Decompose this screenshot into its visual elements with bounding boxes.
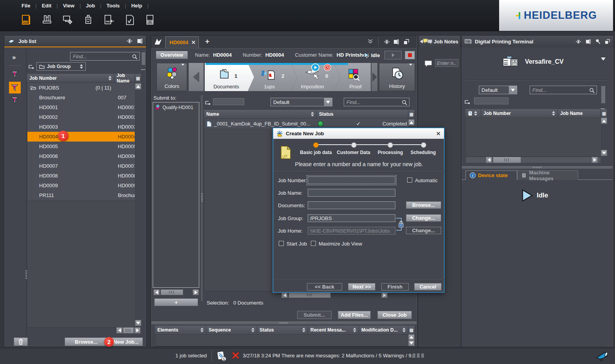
status-message[interactable]: 3/27/18 3:24 PM There are new messages: …	[243, 353, 416, 359]
column-header-send-status[interactable]	[465, 109, 481, 118]
filter-preset-3-icon[interactable]	[11, 96, 19, 106]
history-button[interactable]: History	[379, 63, 415, 91]
column-header-elements[interactable]: Elements	[155, 326, 206, 334]
scroll-left-button[interactable]	[116, 327, 123, 334]
column-header-job-number[interactable]: Job Number	[481, 109, 558, 118]
press-tool-icon[interactable]	[82, 13, 95, 27]
job-row[interactable]: PR111Brochure	[27, 190, 135, 201]
add-submit-target-button[interactable]: +	[154, 298, 198, 306]
menu-edit[interactable]: Edit	[37, 3, 57, 9]
dialog-close-icon[interactable]: ✕	[436, 130, 441, 137]
horizontal-splitter[interactable]	[462, 166, 613, 169]
system-settings-tool-icon[interactable]	[61, 13, 74, 27]
scroll-down-button[interactable]	[601, 150, 607, 156]
column-header-modification-date[interactable]: Modification D...	[359, 326, 408, 334]
close-job-button[interactable]: Close Job	[377, 311, 412, 319]
scrollbar-thumb[interactable]	[123, 327, 134, 334]
tab-close-icon[interactable]: ✕	[191, 39, 196, 45]
detach-panel-icon[interactable]	[604, 39, 610, 44]
delete-job-button[interactable]	[14, 337, 28, 346]
submit-target-item[interactable]: Qualify-HD001	[153, 102, 199, 113]
column-config-button[interactable]: ▦	[601, 109, 608, 118]
tree-view-icon[interactable]	[29, 65, 34, 70]
group-by-selector[interactable]: Job Group	[36, 62, 86, 71]
panel-scroll-handle[interactable]	[141, 52, 146, 65]
tab-overflow-icon[interactable]	[367, 39, 373, 45]
automatic-checkbox[interactable]	[407, 178, 412, 183]
new-job-button[interactable]: New Job...	[109, 337, 143, 346]
next-button[interactable]: Next >>	[348, 283, 375, 290]
cancel-button[interactable]: Cancel	[414, 283, 442, 290]
submit-button[interactable]: Submit...	[297, 311, 332, 319]
job-row[interactable]: HD0007HD0007_V	[27, 161, 135, 171]
start-job-button[interactable]	[384, 51, 402, 59]
dpt-search-input[interactable]	[530, 86, 597, 94]
scroll-up-button[interactable]	[601, 118, 607, 124]
detach-panel-icon[interactable]	[403, 39, 409, 46]
note-input[interactable]	[435, 59, 458, 67]
scroll-up-button[interactable]	[408, 334, 415, 340]
tab-device-state[interactable]: i Device state	[465, 170, 517, 180]
column-header-status[interactable]: Status	[317, 110, 408, 118]
job-group-input[interactable]	[308, 214, 395, 222]
scrollbar-thumb[interactable]	[493, 157, 521, 163]
filter-field[interactable]	[474, 97, 509, 104]
filter-preset-1-icon[interactable]	[11, 70, 19, 80]
scroll-left-button[interactable]	[486, 157, 492, 163]
job-list-search-input[interactable]	[70, 52, 140, 61]
column-header-recent-message[interactable]: Recent Messa...	[308, 326, 359, 334]
start-job-checkbox[interactable]	[279, 241, 284, 246]
tree-view-icon[interactable]	[465, 100, 470, 106]
job-group-row[interactable]: PRJOBS (0 | 11)	[27, 83, 135, 93]
column-header-job-name[interactable]: Job Name	[114, 74, 135, 82]
collapse-panel-icon[interactable]	[575, 39, 581, 44]
filter-field[interactable]	[213, 98, 244, 105]
column-config-button[interactable]: ▦	[408, 110, 415, 118]
job-row[interactable]: HD0001HD0001_I	[27, 102, 135, 113]
tab-machine-messages[interactable]: Machine Messages	[517, 170, 578, 180]
scroll-left-button[interactable]	[153, 289, 160, 295]
job-group-change-button[interactable]: Change...	[406, 214, 441, 222]
panel-scroll-handle[interactable]	[601, 86, 606, 104]
job-row[interactable]: HD0002HD0002_C	[27, 112, 135, 122]
job-row[interactable]: HD0008HD0008	[27, 171, 135, 181]
job-row[interactable]: HD0005HD0005_C	[27, 142, 135, 152]
job-number-input[interactable]	[308, 176, 395, 184]
workflow-scroll-right[interactable]	[372, 63, 377, 91]
job-row[interactable]: HD0009HD0009	[27, 181, 135, 191]
browse-button[interactable]: Browse...	[65, 337, 108, 346]
finish-button[interactable]: Finish	[381, 283, 409, 290]
job-row[interactable]: HD0003HD0003	[27, 122, 135, 132]
check-doc-tool-icon[interactable]	[123, 13, 137, 27]
scroll-right-button[interactable]	[193, 289, 199, 295]
scrollbar-thumb[interactable]	[289, 292, 331, 298]
megaphone-icon[interactable]	[596, 351, 609, 363]
link-doc-tool-icon[interactable]	[144, 13, 157, 27]
device-dropdown-icon[interactable]	[601, 61, 606, 66]
collapse-panel-icon[interactable]	[126, 38, 133, 44]
menu-file[interactable]: File	[16, 3, 35, 9]
printer-tool-icon[interactable]	[40, 13, 54, 27]
column-header-job-name[interactable]: Job Name	[558, 109, 601, 118]
document-view-dropdown[interactable]: Default	[271, 98, 332, 106]
chevron-left-icon[interactable]	[420, 39, 423, 43]
overview-button[interactable]: Overview	[156, 51, 188, 59]
scroll-up-button[interactable]	[135, 83, 141, 90]
column-header-sequence[interactable]: Sequence	[206, 326, 257, 334]
dpt-view-dropdown[interactable]: Default	[479, 86, 517, 94]
more-status-icon[interactable]	[413, 353, 424, 358]
column-config-button[interactable]: ▦	[135, 74, 141, 82]
messages-icon[interactable]: 1	[216, 350, 226, 362]
undock-panel-icon[interactable]	[393, 39, 399, 46]
step-1ups[interactable]: 2 1ups	[248, 63, 297, 91]
vertical-splitter[interactable]	[200, 95, 203, 301]
splitter-grip[interactable]	[25, 270, 27, 279]
scroll-right-button[interactable]	[134, 327, 141, 334]
colors-button[interactable]: Colors	[157, 63, 187, 91]
horizontal-splitter[interactable]	[151, 321, 417, 325]
lock-icon[interactable]	[398, 221, 404, 229]
pin-search-icon[interactable]	[595, 39, 601, 44]
more-options-button[interactable]: ...	[141, 65, 145, 71]
workflow-scroll-left[interactable]	[189, 63, 204, 91]
scroll-up-button[interactable]	[408, 119, 415, 126]
